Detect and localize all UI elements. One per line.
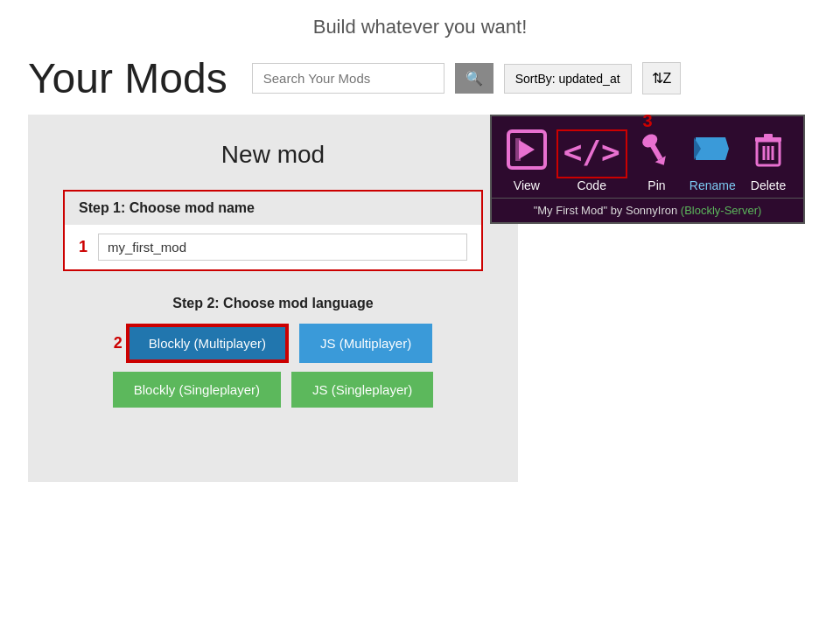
rename-label: Rename — [690, 178, 736, 192]
js-singleplayer-button[interactable]: JS (Singleplayer) — [291, 372, 433, 408]
main-content: New mod Step 1: Choose mod name 1 Step 2… — [0, 115, 840, 482]
lang-buttons-row-1: 2 Blockly (Multiplayer) JS (Multiplayer) — [63, 324, 483, 363]
action-rename[interactable]: Rename — [686, 129, 738, 192]
footer-text: "My First Mod" by SonnyIron — [534, 204, 681, 217]
blockly-multi-wrapper: Blockly (Multiplayer) — [126, 324, 289, 363]
code-box: </> — [556, 129, 627, 178]
svg-rect-2 — [515, 138, 521, 161]
action-pin[interactable]: Pin — [630, 129, 682, 192]
blockly-multiplayer-button[interactable]: Blockly (Multiplayer) — [128, 325, 287, 361]
new-mod-title: New mod — [63, 141, 483, 169]
step1-input-row: 1 — [65, 225, 481, 269]
lang-buttons-row-2: Blockly (Singleplayer) JS (Singleplayer) — [63, 372, 483, 408]
svg-rect-10 — [764, 134, 773, 138]
delete-label: Delete — [751, 178, 786, 192]
action-popup: 3 View </> — [490, 115, 805, 224]
step2-header: Step 2: Choose mod language — [63, 296, 483, 311]
view-label: View — [514, 178, 540, 192]
mod-name-input[interactable] — [98, 234, 467, 261]
footer-highlight: (Blockly-Server) — [681, 204, 761, 217]
js-multiplayer-button[interactable]: JS (Multiplayer) — [299, 324, 432, 363]
view-icon — [507, 129, 547, 175]
svg-point-3 — [640, 131, 661, 150]
delete-icon — [748, 129, 788, 175]
step1-num: 1 — [79, 238, 88, 256]
search-button[interactable]: 🔍 — [455, 63, 494, 94]
az-sort-button[interactable]: ⇅Z — [642, 62, 682, 94]
svg-rect-4 — [651, 144, 663, 161]
action-delete[interactable]: Delete — [742, 129, 794, 192]
step2-section: Step 2: Choose mod language 2 Blockly (M… — [63, 296, 483, 408]
new-mod-panel: New mod Step 1: Choose mod name 1 Step 2… — [28, 115, 518, 482]
action-view[interactable]: View — [500, 129, 553, 192]
code-label: Code — [577, 178, 606, 192]
page-tagline: Build whatever you want! — [0, 0, 840, 47]
search-icon: 🔍 — [466, 71, 483, 86]
header-row: Your Mods 🔍 SortBy: updated_at ⇅Z — [0, 47, 840, 115]
step1-label: Step 1: Choose mod name — [79, 200, 255, 216]
svg-marker-1 — [519, 140, 535, 159]
code-icon: </> — [564, 135, 620, 170]
search-input[interactable] — [252, 63, 444, 94]
step1-box: Step 1: Choose mod name 1 — [63, 190, 483, 271]
sort-button[interactable]: SortBy: updated_at — [504, 64, 632, 94]
step2-num: 2 — [114, 334, 122, 352]
action-code[interactable]: </> Code — [556, 129, 627, 192]
step1-header: Step 1: Choose mod name — [65, 192, 481, 225]
blockly-singleplayer-button[interactable]: Blockly (Singleplayer) — [113, 372, 281, 408]
action-popup-footer: "My First Mod" by SonnyIron (Blockly-Ser… — [492, 198, 803, 222]
pin-icon — [627, 122, 685, 182]
page-title: Your Mods — [28, 54, 228, 102]
az-icon: ⇅Z — [652, 71, 672, 86]
rename-icon — [692, 129, 732, 175]
